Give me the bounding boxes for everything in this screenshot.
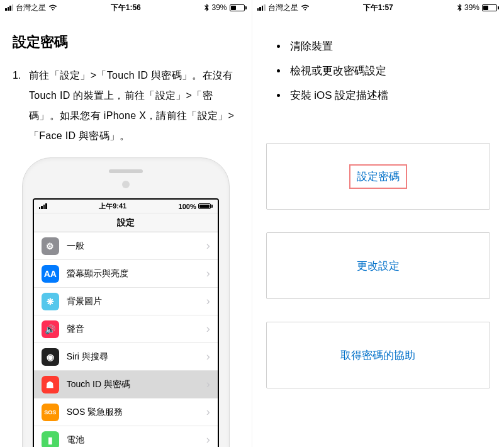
instruction-item: 1. 前往「設定」>「Touch ID 與密碼」。在沒有 Touch ID 的裝… — [0, 65, 252, 146]
status-bar-left: 台灣之星 下午1:56 39% — [0, 0, 252, 15]
settings-list: ⚙一般›AA螢幕顯示與亮度›❋背景圖片›🔊聲音›◉Siri 與搜尋›☗Touch… — [34, 232, 218, 447]
row-icon: ⚙ — [42, 237, 59, 255]
chevron-right-icon: › — [206, 322, 210, 336]
action-buttons: 設定密碼更改設定取得密碼的協助 — [252, 108, 505, 388]
instruction-text: 前往「設定」>「Touch ID 與密碼」。在沒有 Touch ID 的裝置上，… — [29, 65, 239, 146]
wifi-icon — [48, 4, 57, 11]
row-label: 聲音 — [67, 324, 199, 335]
settings-row[interactable]: ❋背景圖片› — [34, 288, 218, 315]
settings-row[interactable]: SOSSOS 緊急服務› — [34, 399, 218, 426]
battery-icon — [482, 4, 499, 11]
action-button-label: 取得密碼的協助 — [340, 348, 415, 363]
bluetooth-icon — [204, 4, 209, 11]
row-icon: ❋ — [42, 293, 59, 310]
row-label: 螢幕顯示與亮度 — [67, 268, 199, 280]
bluetooth-icon — [457, 4, 462, 11]
battery-icon — [230, 4, 247, 11]
signal-icon — [39, 203, 47, 209]
signal-icon — [5, 4, 13, 11]
chevron-right-icon: › — [206, 378, 210, 391]
action-button[interactable]: 更改設定 — [266, 232, 491, 299]
chevron-right-icon: › — [206, 350, 210, 363]
chevron-right-icon: › — [206, 405, 210, 419]
settings-row[interactable]: ☗Touch ID 與密碼› — [34, 371, 218, 399]
settings-row[interactable]: AA螢幕顯示與亮度› — [34, 260, 218, 288]
phone-mockup: 上午9:41 100% 設定 ⚙一般›AA螢幕顯示與亮度›❋背景圖片›🔊聲音›◉… — [22, 157, 230, 447]
phone-status-time: 上午9:41 — [99, 201, 126, 211]
page-title: 設定密碼 — [13, 33, 252, 52]
chevron-right-icon: › — [206, 267, 210, 280]
chevron-right-icon: › — [206, 239, 210, 252]
row-label: Siri 與搜尋 — [67, 351, 199, 363]
settings-row[interactable]: ▮電池› — [34, 426, 218, 447]
phone-battery-pct: 100% — [179, 203, 196, 210]
wifi-icon — [301, 4, 310, 11]
phone-status-bar: 上午9:41 100% — [34, 200, 218, 213]
action-button-label: 設定密碼 — [349, 164, 407, 189]
row-label: 一般 — [67, 240, 199, 252]
row-label: 背景圖片 — [67, 296, 199, 307]
action-button[interactable]: 取得密碼的協助 — [266, 322, 491, 388]
row-label: Touch ID 與密碼 — [67, 379, 199, 390]
instruction-number: 1. — [13, 65, 29, 146]
battery-pct-label: 39% — [464, 3, 479, 12]
settings-row[interactable]: ◉Siri 與搜尋› — [34, 343, 218, 371]
battery-pct-label: 39% — [211, 3, 227, 12]
battery-icon — [198, 203, 213, 209]
status-bar-right: 台灣之星 下午1:57 39% — [252, 0, 505, 15]
action-button-label: 更改設定 — [357, 259, 400, 273]
settings-row[interactable]: 🔊聲音› — [34, 315, 218, 343]
row-icon: ▮ — [42, 431, 59, 448]
row-icon: ◉ — [42, 348, 59, 366]
bullet-item: 清除裝置 — [288, 34, 505, 59]
row-icon: SOS — [42, 404, 59, 421]
status-time: 下午1:56 — [111, 3, 141, 13]
phone-nav-title: 設定 — [34, 213, 218, 232]
bullet-item: 安裝 iOS 設定描述檔 — [288, 83, 505, 108]
row-label: SOS 緊急服務 — [67, 407, 199, 418]
carrier-label: 台灣之星 — [16, 3, 46, 13]
phone-screen: 上午9:41 100% 設定 ⚙一般›AA螢幕顯示與亮度›❋背景圖片›🔊聲音›◉… — [33, 198, 219, 447]
signal-icon — [257, 4, 266, 11]
action-button[interactable]: 設定密碼 — [266, 143, 491, 210]
row-label: 電池 — [67, 434, 199, 446]
status-time: 下午1:57 — [363, 3, 393, 13]
chevron-right-icon: › — [206, 433, 210, 446]
carrier-label: 台灣之星 — [268, 3, 298, 13]
bullet-item: 檢視或更改密碼設定 — [288, 59, 505, 83]
settings-row[interactable]: ⚙一般› — [34, 232, 218, 260]
bullet-list: 清除裝置檢視或更改密碼設定安裝 iOS 設定描述檔 — [252, 34, 505, 108]
chevron-right-icon: › — [206, 295, 210, 308]
row-icon: 🔊 — [42, 320, 59, 338]
row-icon: ☗ — [42, 376, 59, 393]
row-icon: AA — [42, 265, 59, 283]
